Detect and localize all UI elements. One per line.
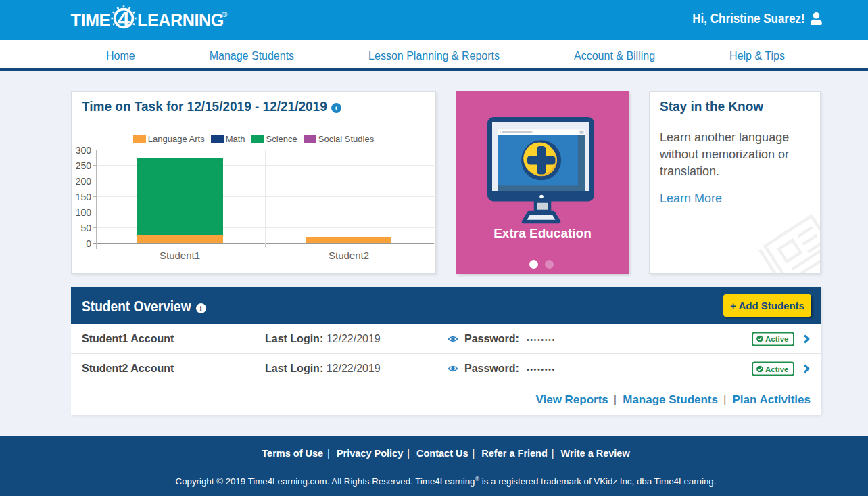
svg-text:4: 4	[118, 7, 130, 31]
